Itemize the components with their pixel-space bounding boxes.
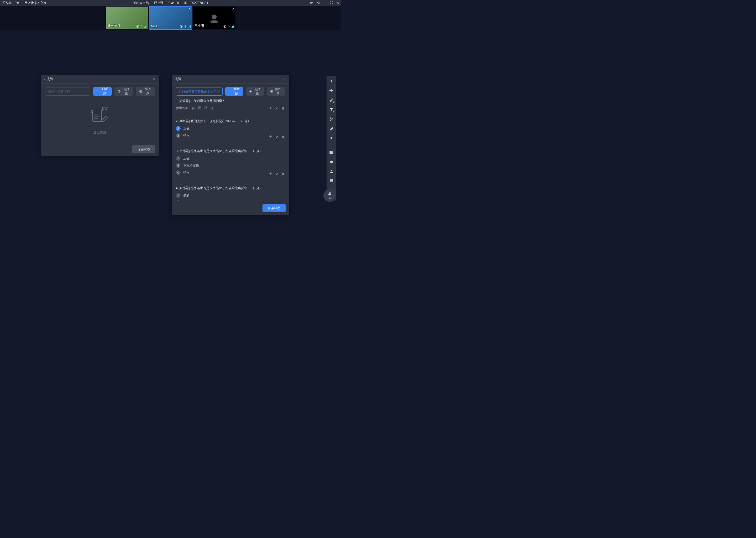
option-text: 正确 bbox=[183, 156, 190, 161]
close-video-button[interactable]: ✕ bbox=[188, 7, 191, 11]
option-row[interactable]: B不完全正确 bbox=[176, 163, 285, 168]
add-choice-button[interactable]: 选择题 bbox=[246, 87, 264, 96]
right-toolbar bbox=[327, 76, 336, 201]
back-button[interactable]: ‹ bbox=[44, 77, 45, 81]
record-icon bbox=[179, 25, 183, 28]
video-tile[interactable]: ✕Nina bbox=[149, 7, 192, 29]
question-title: 3 [单选题] 施华洛世奇是反华品牌，所以梁鼎琪反华。 （2分） bbox=[176, 149, 285, 153]
quiz-name-chip[interactable]: 产品说试卷名称最多十六个字 bbox=[176, 87, 223, 96]
audio-level-icon bbox=[144, 25, 147, 28]
svg-point-20 bbox=[106, 109, 107, 110]
move-icon[interactable] bbox=[328, 88, 334, 93]
video-tile[interactable]: ✕王小明 bbox=[193, 7, 235, 29]
video-name: Nina bbox=[151, 25, 158, 28]
option-row[interactable]: A正确 bbox=[176, 156, 285, 161]
btn-label: 选择题 bbox=[254, 87, 261, 96]
eraser-icon[interactable] bbox=[328, 126, 334, 131]
class-title: 神秘大自然 bbox=[133, 1, 149, 5]
settings-icon[interactable] bbox=[316, 1, 320, 5]
save-quiz-button[interactable]: 保存试卷 bbox=[132, 145, 155, 153]
folder-icon[interactable] bbox=[328, 149, 334, 155]
delete-icon[interactable] bbox=[281, 135, 285, 139]
question-title: 4 [多选题] 施华洛世奇是反华品牌，所以梁鼎琪反华。 （2分） bbox=[176, 186, 285, 190]
video-badges bbox=[223, 25, 234, 28]
video-tile[interactable]: 叮当老师 bbox=[106, 7, 148, 29]
maximize-button[interactable] bbox=[330, 1, 333, 5]
quiz-panel-edit: 测验 ✕ 产品说试卷名称最多十六个字 判断题 选择题 简答题 1 [简答题] 一… bbox=[172, 75, 289, 215]
class-timer: 已上课：02:34:09 bbox=[154, 1, 179, 5]
save-quiz-button[interactable]: 保存试卷 bbox=[262, 204, 286, 212]
minimize-button[interactable]: — bbox=[323, 1, 327, 5]
delete-icon[interactable] bbox=[281, 172, 285, 176]
panel-title: 测验 bbox=[47, 77, 54, 81]
empty-label: 暂无试题 bbox=[94, 130, 106, 135]
scissors-icon[interactable] bbox=[328, 116, 334, 122]
option-letter: C bbox=[176, 170, 181, 175]
close-video-button[interactable]: ✕ bbox=[232, 7, 234, 11]
option-letter: A bbox=[176, 156, 181, 161]
add-short-button[interactable]: 简答题 bbox=[136, 87, 155, 96]
mic-on-icon bbox=[140, 25, 144, 28]
option-text: 正确 bbox=[183, 126, 190, 131]
user-icon[interactable] bbox=[328, 168, 334, 174]
btn-label: 判断题 bbox=[101, 87, 109, 96]
close-button[interactable]: ✕ bbox=[337, 1, 339, 5]
btn-label: 简答题 bbox=[144, 87, 152, 96]
video-name: 王小明 bbox=[195, 24, 204, 28]
edit-icon[interactable] bbox=[275, 135, 279, 139]
delete-icon[interactable] bbox=[281, 106, 285, 110]
chat-icon[interactable] bbox=[328, 178, 334, 184]
option-row[interactable]: B错误 bbox=[176, 133, 190, 138]
svg-point-7 bbox=[224, 26, 225, 27]
option-letter: A bbox=[176, 126, 181, 131]
question-item: 3 [单选题] 施华洛世奇是反华品牌，所以梁鼎琪反华。 （2分）A正确B不完全正… bbox=[176, 149, 285, 181]
indicator-dot bbox=[333, 111, 334, 112]
option-text: 不完全正确 bbox=[183, 163, 199, 168]
quiz-name-input[interactable] bbox=[45, 87, 90, 96]
toolbox-icon[interactable] bbox=[328, 159, 334, 165]
option-row[interactable]: A是的 bbox=[176, 193, 285, 198]
indicator-dot bbox=[333, 101, 334, 103]
edit-icon[interactable] bbox=[275, 106, 279, 110]
panel-title: 测验 bbox=[175, 77, 182, 81]
edit-icon[interactable] bbox=[275, 172, 279, 176]
raise-hand-button[interactable]: 0/2 bbox=[323, 189, 336, 202]
camera-icon[interactable] bbox=[310, 1, 313, 5]
move-icon[interactable] bbox=[269, 135, 272, 139]
record-icon bbox=[136, 25, 139, 28]
question-actions bbox=[269, 106, 285, 110]
pen-icon[interactable] bbox=[328, 97, 334, 103]
question-item: 4 [多选题] 施华洛世奇是反华品牌，所以梁鼎琪反华。 （2分）A是的B不完全正… bbox=[176, 186, 285, 201]
svg-point-10 bbox=[119, 91, 120, 92]
option-letter: A bbox=[176, 193, 181, 198]
color-icon[interactable] bbox=[328, 135, 334, 141]
close-panel-button[interactable]: ✕ bbox=[153, 77, 156, 81]
audio-level-icon bbox=[188, 25, 191, 28]
cursor-icon[interactable] bbox=[328, 78, 334, 84]
option-row[interactable]: C错误 bbox=[176, 170, 190, 175]
status-bar: 丢包率：0% 网络状态：良好 神秘大自然 已上课：02:34:09 ID：202… bbox=[0, 0, 341, 6]
question-title: 2 [判断题] 我国宪法上一次更新是在2020年。 （2分） bbox=[176, 119, 285, 124]
svg-point-5 bbox=[210, 20, 218, 23]
option-row[interactable]: A正确 bbox=[176, 126, 285, 131]
status-center: 神秘大自然 已上课：02:34:09 ID：2020070324 bbox=[133, 1, 208, 5]
option-text: 错误 bbox=[183, 134, 190, 138]
status-left: 丢包率：0% 网络状态：良好 bbox=[2, 1, 46, 5]
video-badges bbox=[179, 25, 191, 28]
add-short-button[interactable]: 简答题 bbox=[267, 87, 285, 96]
close-panel-button[interactable]: ✕ bbox=[283, 77, 286, 81]
question-item: 2 [判断题] 我国宪法上一次更新是在2020年。 （2分）A正确B错误 bbox=[176, 119, 285, 144]
option-text: 错误 bbox=[183, 171, 190, 175]
record-icon bbox=[223, 25, 226, 28]
session-id: ID：2020070324 bbox=[184, 1, 208, 5]
window-controls: — ✕ bbox=[310, 1, 339, 5]
answer-text: 参考答案：春、夏、秋、冬 bbox=[176, 106, 214, 110]
btn-label: 判断题 bbox=[233, 87, 240, 96]
move-icon[interactable] bbox=[269, 106, 272, 110]
add-judge-button[interactable]: 判断题 bbox=[225, 87, 243, 96]
add-choice-button[interactable]: 选择题 bbox=[115, 87, 133, 96]
text-icon[interactable] bbox=[328, 107, 334, 112]
add-judge-button[interactable]: 判断题 bbox=[93, 87, 112, 96]
option-letter: B bbox=[176, 163, 181, 168]
move-icon[interactable] bbox=[269, 172, 272, 176]
